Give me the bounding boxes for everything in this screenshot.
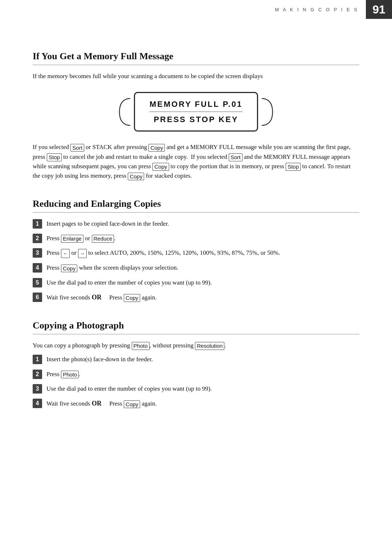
section2-divider <box>33 212 359 213</box>
step-text-s3-2: Press Photo. <box>46 370 359 379</box>
step-number-s3-3: 3 <box>33 384 42 394</box>
photo-key-s3: Photo <box>61 371 79 379</box>
copy-key-s3: Copy <box>124 400 140 408</box>
copy-key-s2-2: Copy <box>124 294 140 302</box>
step-number-2: 2 <box>33 234 42 243</box>
display-line1: MEMORY FULL P.01 <box>150 98 242 110</box>
step-item: 2 Press Enlarge or Reduce. <box>33 234 359 243</box>
step-text-4: Press Copy when the screen displays your… <box>46 263 359 273</box>
step-number-s3-4: 4 <box>33 399 42 408</box>
section1-divider <box>33 65 359 65</box>
section2-steps: 1 Insert pages to be copied face-down in… <box>33 219 359 303</box>
step-text-5: Use the dial pad to enter the number of … <box>46 278 359 287</box>
step-text-1: Insert pages to be copied face-down in t… <box>46 219 359 229</box>
resolution-key-intro: Resolution <box>195 342 224 350</box>
right-arrow-key: → <box>78 249 87 258</box>
left-bracket-icon <box>117 96 132 128</box>
section1-body: If you selected Sort or STACK after pres… <box>33 142 359 181</box>
page-number: 91 <box>366 0 392 19</box>
enlarge-key: Enlarge <box>61 235 83 243</box>
step-item: 4 Press Copy when the screen displays yo… <box>33 263 359 273</box>
section3-title: Copying a Photograph <box>33 320 359 331</box>
header: M A K I N G C O P I E S 91 <box>275 0 392 19</box>
step-text-3: Press ← or → to select AUTO, 200%, 150%,… <box>46 248 359 258</box>
display-divider <box>150 112 242 112</box>
step-number-5: 5 <box>33 278 42 287</box>
step-item: 5 Use the dial pad to enter the number o… <box>33 278 359 287</box>
copy-key-1: Copy <box>148 144 165 152</box>
step-item: 6 Wait five seconds OR Press Copy again. <box>33 293 359 303</box>
memory-display-bracket: MEMORY FULL P.01 PRESS STOP KEY <box>134 92 258 132</box>
step-item: 3 Use the dial pad to enter the number o… <box>33 384 359 394</box>
photo-key-intro: Photo <box>132 342 150 350</box>
section1-title: If You Get a Memory Full Message <box>33 51 359 62</box>
step-item: 4 Wait five seconds OR Press Copy again. <box>33 399 359 409</box>
step-text-6: Wait five seconds OR Press Copy again. <box>46 293 359 303</box>
page: M A K I N G C O P I E S 91 If You Get a … <box>0 0 392 552</box>
left-arrow-key: ← <box>61 249 70 258</box>
right-bracket-icon <box>260 96 275 128</box>
step-text-s3-3: Use the dial pad to enter the number of … <box>46 384 359 394</box>
step-number-1: 1 <box>33 219 42 229</box>
copy-key-3: Copy <box>128 173 144 181</box>
step-number-s3-1: 1 <box>33 355 42 364</box>
step-number-s3-2: 2 <box>33 370 42 379</box>
step-number-4: 4 <box>33 263 42 273</box>
section3-steps: 1 Insert the photo(s) face-down in the f… <box>33 355 359 409</box>
step-number-3: 3 <box>33 248 42 258</box>
section2-title: Reducing and Enlarging Copies <box>33 198 359 209</box>
sort-key-1: Sort <box>70 144 84 152</box>
step-item: 3 Press ← or → to select AUTO, 200%, 150… <box>33 248 359 258</box>
step-item: 1 Insert the photo(s) face-down in the f… <box>33 355 359 364</box>
step-number-6: 6 <box>33 293 42 302</box>
header-label: M A K I N G C O P I E S <box>275 7 366 12</box>
section3-intro: You can copy a photograph by pressing Ph… <box>33 341 359 350</box>
memory-display-box: MEMORY FULL P.01 PRESS STOP KEY <box>134 92 258 132</box>
sort-key-2: Sort <box>229 153 242 161</box>
section3-divider <box>33 334 359 334</box>
step-item: 1 Insert pages to be copied face-down in… <box>33 219 359 229</box>
copy-key-2: Copy <box>152 163 169 171</box>
step-text-s3-1: Insert the photo(s) face-down in the fee… <box>46 355 359 364</box>
memory-display-container: MEMORY FULL P.01 PRESS STOP KEY <box>33 92 359 132</box>
stop-key-2: Stop <box>286 163 301 171</box>
reduce-key: Reduce <box>92 235 114 243</box>
step-text-s3-4: Wait five seconds OR Press Copy again. <box>46 399 359 409</box>
stop-key-1: Stop <box>47 153 62 161</box>
step-text-2: Press Enlarge or Reduce. <box>46 234 359 243</box>
copy-key-s2-1: Copy <box>61 265 77 273</box>
display-line2: PRESS STOP KEY <box>150 113 242 125</box>
step-item: 2 Press Photo. <box>33 370 359 379</box>
section1-intro: If the memory becomes full while your sc… <box>33 72 359 81</box>
